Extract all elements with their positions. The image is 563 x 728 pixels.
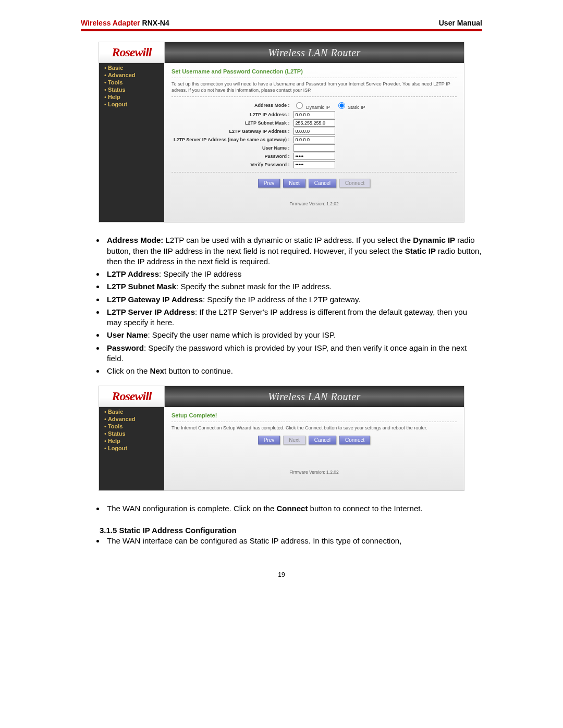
nav-item-help[interactable]: Help: [99, 93, 164, 101]
input-server[interactable]: [293, 136, 335, 143]
header-product-name: Wireless Adapter: [81, 19, 140, 27]
section-description: The Internet Connection Setup Wizard has…: [172, 425, 457, 431]
cancel-button[interactable]: Cancel: [309, 179, 336, 188]
firmware-version: Firmware Version: 1.2.02: [172, 470, 457, 475]
separator: [172, 78, 457, 78]
connect-button: Connect: [339, 179, 370, 188]
label-subnet: L2TP Subnet Mask :: [172, 119, 291, 127]
bullet-username: User Name: Specify the user name which i…: [105, 330, 482, 340]
bullet-password: Password: Specify the password which is …: [105, 343, 482, 364]
radio-dynamic-ip[interactable]: [296, 102, 303, 109]
label-password: Password :: [172, 152, 291, 161]
sidebar-nav: Basic Advanced Tools Status Help Logout: [99, 63, 164, 222]
separator: [172, 172, 457, 172]
bullet-wan-complete: The WAN configuration is complete. Click…: [105, 503, 482, 514]
input-verify-password[interactable]: [293, 161, 335, 168]
label-l2tp-ip: L2TP IP Address :: [172, 110, 291, 119]
input-gateway[interactable]: [293, 128, 335, 135]
bullet-click-next: Click on the Next button to continue.: [105, 366, 482, 376]
label-server: L2TP Server IP Address (may be same as g…: [172, 135, 291, 144]
firmware-version: Firmware Version: 1.2.02: [172, 201, 457, 206]
label-username: User Name :: [172, 144, 291, 152]
bullet-l2tp-address: L2TP Address: Specify the IP address: [105, 269, 482, 279]
prev-button[interactable]: Prev: [258, 179, 280, 188]
router-screenshot-l2tp: Rosewill Wireless LAN Router Basic Advan…: [99, 42, 464, 223]
brand-logo: Rosewill: [99, 42, 165, 63]
bullet-l2tp-gateway: L2TP Gateway IP Address: Specify the IP …: [105, 294, 482, 305]
connect-button[interactable]: Connect: [339, 436, 370, 445]
section-heading-static-ip: 3.1.5 Static IP Address Configuration: [100, 526, 482, 535]
input-subnet[interactable]: [293, 119, 335, 127]
next-button[interactable]: Next: [283, 179, 305, 188]
brand-logo: Rosewill: [99, 386, 165, 407]
label-verify-password: Verify Password :: [172, 161, 291, 169]
page-number: 19: [81, 571, 482, 578]
nav-item-status[interactable]: Status: [99, 430, 164, 437]
section-title: Setup Complete!: [172, 412, 457, 418]
sidebar-nav: Basic Advanced Tools Status Help Logout: [99, 407, 164, 490]
next-button: Next: [283, 436, 305, 445]
label-gateway: L2TP Gateway IP Address :: [172, 127, 291, 135]
bullet-address-mode: Address Mode: L2TP can be used with a dy…: [105, 235, 482, 267]
input-l2tp-ip[interactable]: [293, 111, 335, 118]
doc-bullets-3: The WAN interface can be configured as S…: [81, 536, 482, 546]
cancel-button[interactable]: Cancel: [309, 436, 336, 445]
bullet-static-ip-intro: The WAN interface can be configured as S…: [105, 536, 482, 546]
header-user-manual: User Manual: [439, 19, 482, 27]
nav-item-logout[interactable]: Logout: [99, 445, 164, 452]
header-divider: [81, 29, 482, 31]
nav-item-help[interactable]: Help: [99, 437, 164, 445]
radio-static-ip[interactable]: [338, 102, 345, 109]
doc-bullets-2: The WAN configuration is complete. Click…: [81, 503, 482, 514]
l2tp-form: Address Mode : Dynamic IP Static IP L2TP…: [172, 100, 372, 169]
router-title: Wireless LAN Router: [165, 386, 464, 407]
nav-item-tools[interactable]: Tools: [99, 423, 164, 430]
nav-item-tools[interactable]: Tools: [99, 79, 164, 86]
header-model: RNX-N4: [140, 19, 169, 27]
bullet-l2tp-subnet: L2TP Subnet Mask: Specify the subnet mas…: [105, 281, 482, 292]
nav-item-advanced[interactable]: Advanced: [99, 71, 164, 79]
router-screenshot-complete: Rosewill Wireless LAN Router Basic Advan…: [99, 386, 464, 491]
nav-item-status[interactable]: Status: [99, 86, 164, 93]
nav-item-basic[interactable]: Basic: [99, 408, 164, 415]
document-header: Wireless Adapter RNX-N4 User Manual: [81, 16, 482, 29]
section-title: Set Username and Password Connection (L2…: [172, 68, 457, 75]
section-description: To set up this connection you will need …: [172, 81, 457, 93]
bullet-l2tp-server: L2TP Server IP Address: If the L2TP Serv…: [105, 307, 482, 328]
input-password[interactable]: [293, 153, 335, 160]
doc-bullets-1: Address Mode: L2TP can be used with a dy…: [81, 235, 482, 376]
separator: [172, 96, 457, 97]
router-title: Wireless LAN Router: [165, 42, 464, 63]
nav-item-advanced[interactable]: Advanced: [99, 415, 164, 423]
separator: [172, 422, 457, 422]
nav-item-basic[interactable]: Basic: [99, 64, 164, 71]
label-address-mode: Address Mode :: [172, 100, 291, 110]
input-username[interactable]: [293, 144, 335, 152]
prev-button[interactable]: Prev: [258, 436, 280, 445]
nav-item-logout[interactable]: Logout: [99, 101, 164, 108]
